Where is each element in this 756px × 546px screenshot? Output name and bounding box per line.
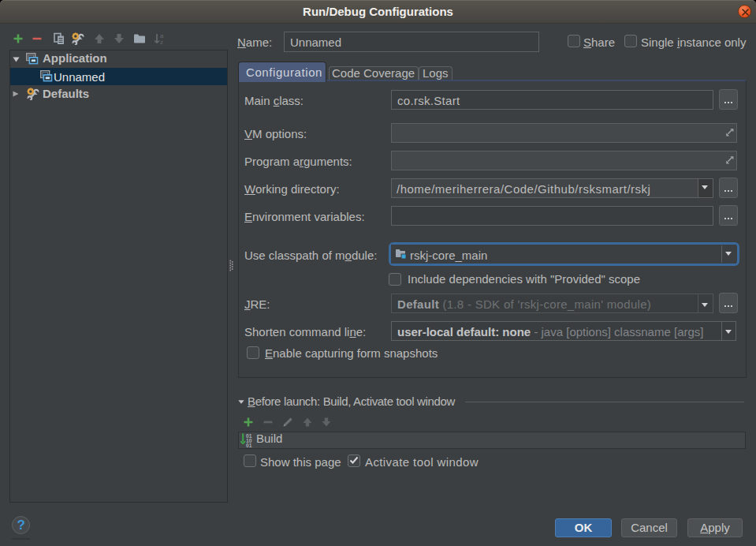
svg-text:z: z [160, 39, 163, 45]
svg-text:01: 01 [246, 443, 252, 447]
